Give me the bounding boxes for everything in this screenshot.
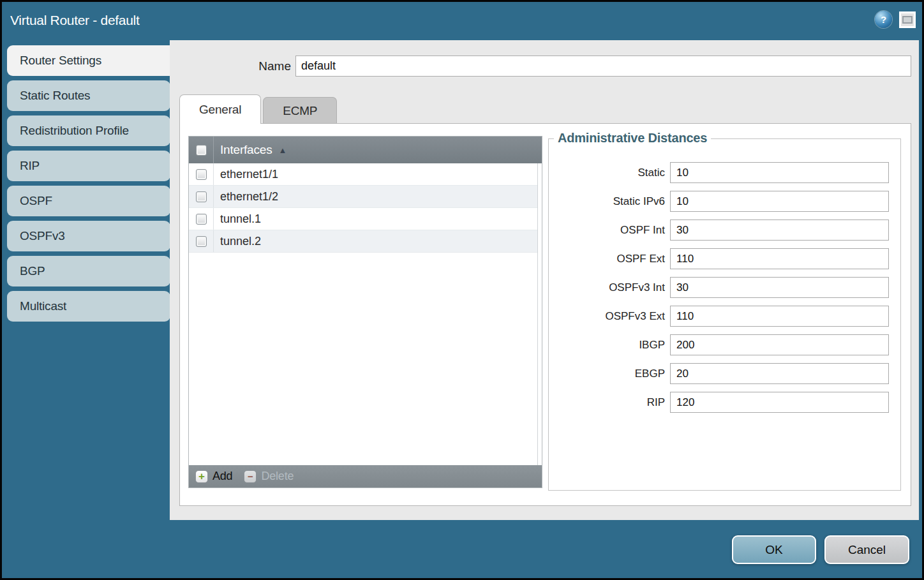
add-button[interactable]: + Add (195, 470, 232, 483)
dialog-actions: OK Cancel (732, 535, 909, 564)
field-row-ospfv3-ext: OSPFv3 Ext (549, 306, 900, 327)
ibgp-label: IBGP (549, 339, 670, 352)
sidebar-item-ospfv3[interactable]: OSPFv3 (7, 221, 170, 251)
delete-button-label: Delete (261, 470, 294, 483)
virtual-router-dialog: Virtual Router - default ? Router Settin… (2, 2, 922, 578)
sidebar: Router SettingsStatic RoutesRedistributi… (7, 45, 170, 322)
row-checkbox[interactable] (196, 236, 207, 247)
row-checkbox-cell (189, 163, 214, 185)
interface-name: tunnel.1 (214, 212, 261, 226)
ebgp-input[interactable] (670, 363, 889, 384)
field-row-rip: RIP (549, 392, 900, 413)
interfaces-table-body: ethernet1/1ethernet1/2tunnel.1tunnel.2 (189, 163, 542, 465)
rip-input[interactable] (670, 392, 889, 413)
plus-icon: + (195, 470, 208, 483)
field-row-ospfv3-int: OSPFv3 Int (549, 277, 900, 298)
ospf-ext-input[interactable] (670, 248, 889, 269)
row-checkbox[interactable] (196, 214, 207, 225)
interfaces-header-label: Interfaces (220, 143, 272, 157)
rip-label: RIP (549, 396, 670, 409)
field-row-ibgp: IBGP (549, 334, 900, 355)
select-all-checkbox[interactable] (196, 145, 207, 156)
static-ipv6-input[interactable] (670, 191, 889, 212)
ibgp-input[interactable] (670, 334, 889, 355)
titlebar-icons: ? (875, 11, 916, 28)
interface-name: ethernet1/2 (214, 190, 278, 204)
sidebar-item-rip[interactable]: RIP (7, 151, 170, 181)
row-checkbox[interactable] (196, 169, 207, 180)
administrative-distances-fieldset: Administrative Distances StaticStatic IP… (548, 138, 901, 491)
general-tab-panel: Interfaces ▲ ethernet1/1ethernet1/2tunne… (179, 123, 911, 506)
help-icon[interactable]: ? (875, 11, 892, 28)
ospf-int-input[interactable] (670, 219, 889, 241)
name-row: Name (170, 56, 911, 77)
ospfv3-ext-label: OSPFv3 Ext (549, 310, 670, 323)
ebgp-label: EBGP (549, 368, 670, 380)
row-checkbox-cell (189, 208, 214, 230)
sidebar-item-router-settings[interactable]: Router Settings (7, 45, 171, 76)
interfaces-table-header: Interfaces ▲ (189, 137, 542, 163)
sidebar-item-ospf[interactable]: OSPF (7, 186, 170, 216)
delete-button[interactable]: − Delete (244, 470, 294, 483)
row-checkbox-cell (189, 230, 214, 252)
interface-name: tunnel.2 (214, 235, 261, 248)
table-row-ethernet1-2[interactable]: ethernet1/2 (189, 186, 537, 208)
sidebar-item-redistribution-profile[interactable]: Redistribution Profile (7, 115, 170, 146)
window-icon[interactable] (899, 11, 916, 28)
tab-ecmp[interactable]: ECMP (263, 97, 337, 124)
interfaces-table: Interfaces ▲ ethernet1/1ethernet1/2tunne… (188, 136, 542, 488)
table-row-ethernet1-1[interactable]: ethernet1/1 (189, 163, 537, 186)
title-bar: Virtual Router - default ? (2, 2, 922, 39)
ospfv3-int-label: OSPFv3 Int (549, 281, 670, 294)
static-input[interactable] (670, 162, 889, 183)
sidebar-item-static-routes[interactable]: Static Routes (7, 80, 170, 111)
minus-icon: − (244, 470, 257, 483)
table-row-tunnel-1[interactable]: tunnel.1 (189, 208, 537, 230)
cancel-button[interactable]: Cancel (824, 535, 909, 564)
row-checkbox[interactable] (196, 191, 207, 202)
static-label: Static (549, 167, 670, 179)
name-input[interactable] (295, 56, 911, 77)
field-row-ebgp: EBGP (549, 363, 900, 384)
help-icon-glyph: ? (881, 14, 886, 25)
dialog-title: Virtual Router - default (2, 13, 140, 28)
tab-general[interactable]: General (179, 94, 261, 124)
select-all-cell (189, 137, 214, 163)
content-panel: Name GeneralECMP Interfaces ▲ ethernet1/… (170, 40, 919, 520)
add-button-label: Add (212, 470, 232, 483)
table-row-tunnel-2[interactable]: tunnel.2 (189, 230, 537, 253)
administrative-distances-fields: StaticStatic IPv6OSPF IntOSPF ExtOSPFv3 … (549, 162, 900, 420)
field-row-static: Static (549, 162, 900, 183)
tab-strip: GeneralECMP (179, 94, 337, 124)
sidebar-item-multicast[interactable]: Multicast (7, 291, 170, 322)
ospfv3-int-input[interactable] (670, 277, 889, 298)
interface-name: ethernet1/1 (214, 168, 278, 181)
interfaces-table-footer: + Add − Delete (189, 465, 542, 487)
window-icon-inner (902, 16, 913, 24)
ospf-ext-label: OSPF Ext (549, 253, 670, 265)
ok-button[interactable]: OK (732, 535, 816, 564)
ospf-int-label: OSPF Int (549, 224, 670, 237)
field-row-ospf-ext: OSPF Ext (549, 248, 900, 269)
ospfv3-ext-input[interactable] (670, 306, 889, 327)
sidebar-item-bgp[interactable]: BGP (7, 256, 170, 286)
static-ipv6-label: Static IPv6 (549, 195, 670, 208)
interfaces-column-header[interactable]: Interfaces ▲ (214, 143, 287, 157)
field-row-static-ipv6: Static IPv6 (549, 191, 900, 212)
sort-ascending-icon: ▲ (278, 146, 287, 154)
administrative-distances-legend: Administrative Distances (554, 131, 711, 145)
name-label: Name (170, 59, 295, 73)
row-checkbox-cell (189, 186, 214, 207)
field-row-ospf-int: OSPF Int (549, 219, 900, 241)
